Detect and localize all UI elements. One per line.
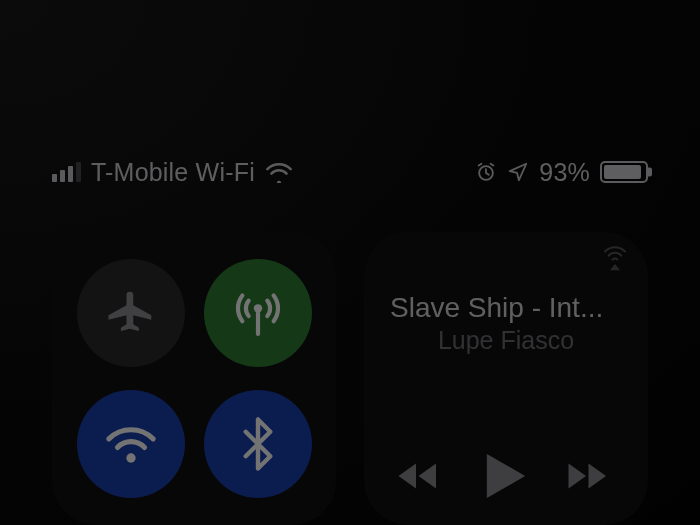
- bluetooth-toggle[interactable]: [204, 390, 312, 498]
- wifi-toggle[interactable]: [77, 390, 185, 498]
- play-button[interactable]: [483, 451, 529, 501]
- cellular-signal-icon: [52, 162, 81, 182]
- bluetooth-icon: [241, 417, 275, 471]
- media-artist-label: Lupe Fiasco: [390, 326, 622, 355]
- cellular-data-toggle[interactable]: [204, 259, 312, 367]
- next-track-button[interactable]: [566, 459, 616, 493]
- control-tiles-row: Slave Ship - Int... Lupe Fiasco: [52, 232, 648, 525]
- status-bar: T-Mobile Wi-Fi: [0, 156, 700, 188]
- airplane-mode-toggle[interactable]: [77, 259, 185, 367]
- wifi-icon: [103, 422, 159, 466]
- battery-icon: [600, 161, 648, 183]
- carrier-label: T-Mobile Wi-Fi: [91, 158, 255, 187]
- cellular-antenna-icon: [230, 285, 286, 341]
- connectivity-tile[interactable]: [52, 232, 336, 525]
- alarm-icon: [475, 161, 497, 183]
- previous-track-icon: [396, 459, 446, 493]
- status-right: 93%: [475, 158, 648, 187]
- svg-point-2: [126, 454, 135, 463]
- media-track-title: Slave Ship - Int...: [390, 292, 622, 324]
- media-transport-controls: [390, 451, 622, 501]
- location-arrow-icon: [507, 161, 529, 183]
- airplay-icon[interactable]: [600, 246, 630, 276]
- control-center-screen: T-Mobile Wi-Fi: [0, 0, 700, 525]
- media-playback-tile[interactable]: Slave Ship - Int... Lupe Fiasco: [364, 232, 648, 525]
- next-track-icon: [566, 459, 616, 493]
- status-left: T-Mobile Wi-Fi: [52, 158, 293, 187]
- wifi-status-icon: [265, 161, 293, 183]
- airplane-icon: [104, 286, 158, 340]
- battery-fill: [604, 165, 641, 179]
- play-icon: [483, 451, 529, 501]
- previous-track-button[interactable]: [396, 459, 446, 493]
- battery-percent-label: 93%: [539, 158, 590, 187]
